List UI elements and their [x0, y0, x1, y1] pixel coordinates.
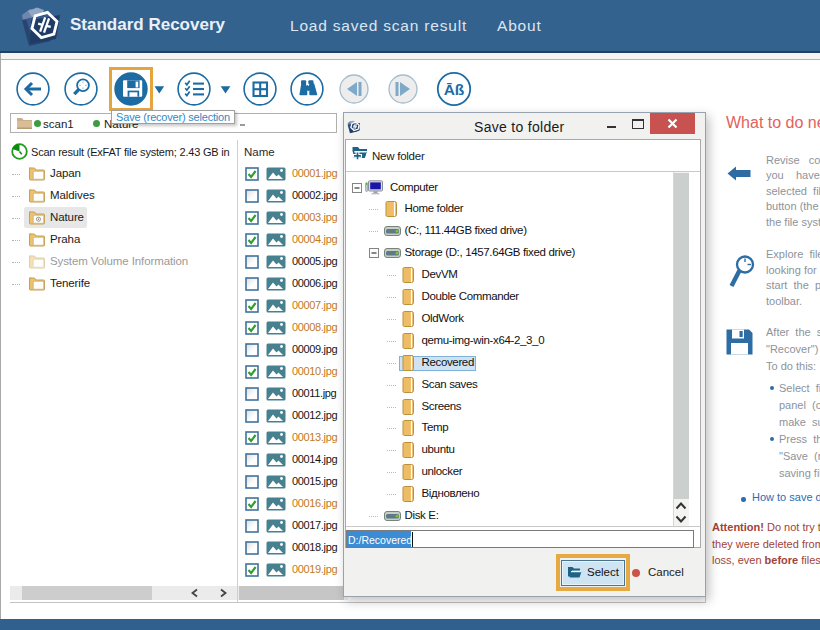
svg-text:Āß: Āß: [444, 81, 465, 98]
